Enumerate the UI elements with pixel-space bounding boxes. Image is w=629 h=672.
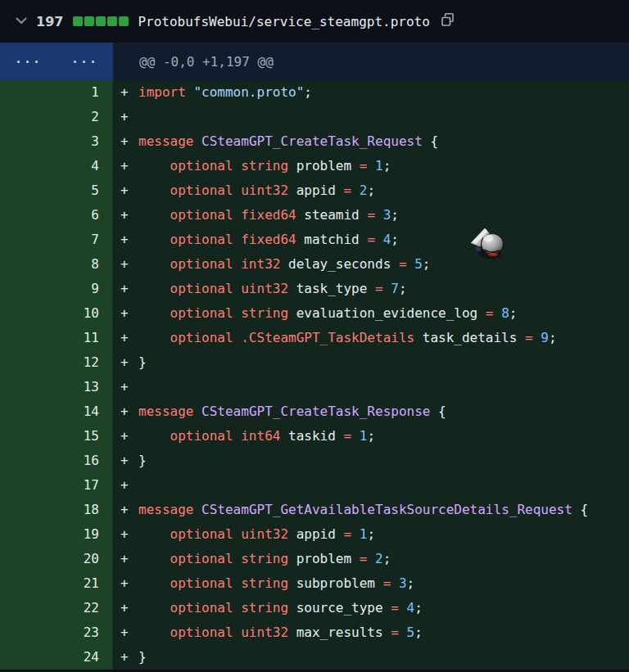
- diff-add-sign: +: [120, 375, 138, 399]
- code-line-row: 2+: [0, 105, 629, 129]
- line-number[interactable]: 2: [0, 105, 113, 129]
- code-line-content: + optional uint32 appid = 1;: [113, 522, 629, 547]
- file-header: 197 ProtobufsWebui/service_steamgpt.prot…: [0, 0, 629, 43]
- code-line-content: + optional uint32 appid = 2;: [113, 178, 629, 203]
- code-line-content: +}: [113, 449, 629, 473]
- code-line-row: 3+message CSteamGPT_CreateTask_Request {: [0, 129, 629, 154]
- diff-add-sign: +: [120, 350, 138, 375]
- diffstat-square: [73, 16, 83, 26]
- code-line-row: 10+ optional string evaluation_evidence_…: [0, 301, 629, 326]
- code-line-row: 15+ optional int64 taskid = 1;: [0, 424, 629, 449]
- code-line-content: +message CSteamGPT_CreateTask_Request {: [113, 129, 629, 154]
- diff-add-sign: +: [120, 449, 138, 473]
- line-number[interactable]: 10: [0, 301, 113, 326]
- diff-add-sign: +: [120, 399, 138, 424]
- code-line-row: 7+ optional fixed64 matchid = 4;: [0, 228, 629, 252]
- diff-add-sign: +: [120, 154, 138, 178]
- code-line-content: + optional int32 delay_seconds = 5;: [113, 252, 629, 277]
- code-line-content: + optional int64 taskid = 1;: [113, 424, 629, 449]
- line-number[interactable]: 23: [0, 620, 113, 645]
- code-line-row: 20+ optional string problem = 2;: [0, 547, 629, 571]
- code-line-content: + optional uint32 task_type = 7;: [113, 277, 629, 301]
- code-line-row: 18+message CSteamGPT_GetAvailableTaskSou…: [0, 498, 629, 522]
- code-line-content: + optional uint32 max_results = 5;: [113, 620, 629, 645]
- diff-add-sign: +: [120, 547, 138, 571]
- line-number[interactable]: 4: [0, 154, 113, 178]
- line-number[interactable]: 7: [0, 228, 113, 252]
- line-number[interactable]: 9: [0, 277, 113, 301]
- hunk-header-row: ... ... @@ -0,0 +1,197 @@: [0, 43, 629, 80]
- additions-count: 197: [36, 14, 63, 29]
- code-line-row: 24+}: [0, 645, 629, 670]
- code-line-row: 13+: [0, 375, 629, 399]
- diff-add-sign: +: [120, 252, 138, 277]
- code-line-row: 8+ optional int32 delay_seconds = 5;: [0, 252, 629, 277]
- code-line-content: + optional string problem = 1;: [113, 154, 629, 178]
- line-number[interactable]: 13: [0, 375, 113, 399]
- code-line-content: + optional string problem = 2;: [113, 547, 629, 571]
- code-line-content: + optional string evaluation_evidence_lo…: [113, 301, 629, 326]
- line-number[interactable]: 1: [0, 80, 113, 105]
- code-line-row: 17+: [0, 473, 629, 498]
- code-line-content: +}: [113, 350, 629, 375]
- diff-add-sign: +: [120, 473, 138, 498]
- diffstat-square: [107, 16, 117, 26]
- diff-add-sign: +: [120, 178, 138, 203]
- line-number[interactable]: 19: [0, 522, 113, 547]
- line-number[interactable]: 11: [0, 326, 113, 350]
- line-number[interactable]: 3: [0, 129, 113, 154]
- diff-add-sign: +: [120, 522, 138, 547]
- line-number[interactable]: 14: [0, 399, 113, 424]
- code-line-row: 1+import "common.proto";: [0, 80, 629, 105]
- code-line-row: 11+ optional .CSteamGPT_TaskDetails task…: [0, 326, 629, 350]
- line-number[interactable]: 24: [0, 645, 113, 670]
- code-line-row: 19+ optional uint32 appid = 1;: [0, 522, 629, 547]
- diff-add-sign: +: [120, 277, 138, 301]
- code-line-row: 4+ optional string problem = 1;: [0, 154, 629, 178]
- diff-add-sign: +: [120, 326, 138, 350]
- diff-add-sign: +: [120, 424, 138, 449]
- diff-add-sign: +: [120, 596, 138, 620]
- copy-icon: [440, 12, 455, 30]
- line-number[interactable]: 12: [0, 350, 113, 375]
- code-line-row: 6+ optional fixed64 steamid = 3;: [0, 203, 629, 228]
- expand-hunk-old-button[interactable]: ...: [0, 43, 57, 80]
- code-line-content: +message CSteamGPT_CreateTask_Response {: [113, 399, 629, 424]
- diff-add-sign: +: [120, 571, 138, 596]
- diff-add-sign: +: [120, 645, 138, 670]
- line-number[interactable]: 6: [0, 203, 113, 228]
- file-name-link[interactable]: ProtobufsWebui/service_steamgpt.proto: [138, 14, 429, 29]
- diffstat-square: [119, 16, 129, 26]
- line-number[interactable]: 20: [0, 547, 113, 571]
- diffstat-squares: [73, 16, 129, 26]
- code-line-content: +import "common.proto";: [113, 80, 629, 105]
- expand-hunk-new-button[interactable]: ...: [57, 43, 113, 80]
- diff-add-sign: +: [120, 105, 138, 129]
- line-number[interactable]: 8: [0, 252, 113, 277]
- line-number[interactable]: 22: [0, 596, 113, 620]
- code-line-row: 22+ optional string source_type = 4;: [0, 596, 629, 620]
- collapse-file-button[interactable]: [13, 13, 29, 29]
- diffstat-square: [84, 16, 94, 26]
- line-number[interactable]: 16: [0, 449, 113, 473]
- line-number[interactable]: 17: [0, 473, 113, 498]
- code-line-content: +: [113, 105, 629, 129]
- code-line-row: 12+}: [0, 350, 629, 375]
- line-number[interactable]: 18: [0, 498, 113, 522]
- diff-add-sign: +: [120, 80, 138, 105]
- diff-add-sign: +: [120, 498, 138, 522]
- diff-add-sign: +: [120, 203, 138, 228]
- line-number[interactable]: 15: [0, 424, 113, 449]
- code-line-content: + optional .CSteamGPT_TaskDetails task_d…: [113, 326, 629, 350]
- hunk-header-text: @@ -0,0 +1,197 @@: [113, 43, 629, 80]
- line-number[interactable]: 5: [0, 178, 113, 203]
- hunk-gutter: ... ...: [0, 43, 113, 80]
- code-lines: 1+import "common.proto";2+3+message CSte…: [0, 80, 629, 670]
- copy-path-button[interactable]: [440, 12, 455, 30]
- code-line-content: +: [113, 375, 629, 399]
- code-line-content: +}: [113, 645, 629, 670]
- line-number[interactable]: 21: [0, 571, 113, 596]
- diff-add-sign: +: [120, 620, 138, 645]
- code-line-row: 14+message CSteamGPT_CreateTask_Response…: [0, 399, 629, 424]
- chevron-down-icon: [15, 14, 28, 29]
